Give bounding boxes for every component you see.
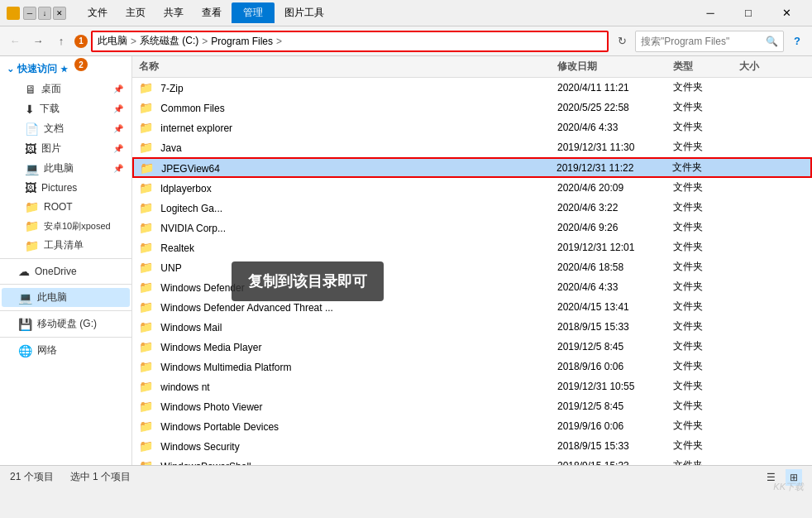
quick-btn-2[interactable]: ↓ <box>38 7 51 20</box>
sidebar-item-root[interactable]: 📁 ROOT <box>2 198 130 216</box>
col-type-header[interactable]: 类型 <box>673 60 739 74</box>
sidebar-item-pictures[interactable]: 🖼 图片 📌 <box>2 139 130 158</box>
table-row[interactable]: 📁 Windows Portable Devices 2019/9/16 0:0… <box>132 416 812 436</box>
file-date: 2018/9/16 0:06 <box>557 361 673 372</box>
col-size-header[interactable]: 大小 <box>739 60 805 74</box>
sidebar-item-network[interactable]: 🌐 网络 <box>2 341 130 360</box>
table-row[interactable]: 📁 WindowsPowerShell 2018/9/15 15:33 文件夹 <box>132 456 812 465</box>
maximize-button[interactable]: □ <box>729 0 767 26</box>
sidebar-item-this-pc-quick[interactable]: 💻 此电脑 📌 <box>2 159 130 178</box>
search-box[interactable]: 🔍 <box>635 31 784 52</box>
table-row[interactable]: 📁 JPEGView64 2019/12/31 11:22 文件夹 <box>132 157 812 178</box>
quick-btn-3[interactable]: ✕ <box>53 7 66 20</box>
close-button[interactable]: ✕ <box>767 0 805 26</box>
file-type: 文件夹 <box>673 100 739 114</box>
table-row[interactable]: 📁 UNP 2020/4/6 18:58 文件夹 <box>132 257 812 277</box>
folder-icon-row: 📁 <box>139 380 153 393</box>
breadcrumb-program-files[interactable]: Program Files <box>211 36 273 47</box>
search-icon: 🔍 <box>766 36 778 47</box>
table-row[interactable]: 📁 Realtek 2019/12/31 12:01 文件夹 <box>132 237 812 257</box>
table-row[interactable]: 📁 windows nt 2019/12/31 10:55 文件夹 <box>132 377 812 396</box>
address-path[interactable]: 此电脑 > 系统磁盘 (C:) > Program Files > <box>91 31 609 52</box>
documents-icon: 📄 <box>25 122 39 136</box>
table-row[interactable]: 📁 Java 2019/12/31 11:30 文件夹 <box>132 137 812 157</box>
tab-home[interactable]: 主页 <box>117 2 154 23</box>
forward-button[interactable]: → <box>28 31 48 51</box>
file-name: 📁 Realtek <box>139 241 557 254</box>
file-type: 文件夹 <box>673 220 739 234</box>
breadcrumb-system-disk[interactable]: 系统磁盘 (C:) <box>140 34 198 48</box>
sidebar-item-desktop[interactable]: 🖥 桌面 📌 <box>2 79 130 98</box>
sidebar-item-downloads[interactable]: ⬇ 下载 📌 <box>2 99 130 118</box>
tab-manage[interactable]: 管理 <box>232 2 275 23</box>
table-row[interactable]: 📁 Windows Defender Advanced Threat ... 2… <box>132 297 812 317</box>
table-row[interactable]: 📁 Windows Photo Viewer 2019/12/5 8:45 文件… <box>132 396 812 416</box>
table-row[interactable]: 📁 Windows Defender 2020/4/6 4:33 文件夹 <box>132 277 812 297</box>
file-date: 2020/5/25 22:58 <box>557 102 673 113</box>
sidebar-item-this-pc-label: 此电脑 <box>37 290 67 305</box>
sidebar-item-documents[interactable]: 📄 文档 📌 <box>2 119 130 138</box>
file-name: 📁 Windows Portable Devices <box>139 420 557 433</box>
sidebar-item-android[interactable]: 📁 安卓10刷xposed <box>2 217 130 235</box>
sidebar-item-pictures2[interactable]: 🖼 Pictures <box>2 179 130 197</box>
file-name: 📁 Windows Mail <box>139 320 557 333</box>
sidebar-item-this-pc[interactable]: 💻 此电脑 <box>2 288 130 307</box>
folder-icon-row: 📁 <box>139 459 153 466</box>
back-button[interactable]: ← <box>5 31 25 51</box>
table-row[interactable]: 📁 7-Zip 2020/4/11 11:21 文件夹 <box>132 78 812 98</box>
breadcrumb-sep-2: > <box>202 36 208 47</box>
file-type: 文件夹 <box>673 319 739 333</box>
col-name-header[interactable]: 名称 <box>139 60 557 74</box>
minimize-button[interactable]: ─ <box>691 0 729 26</box>
folder-icon-row: 📁 <box>139 241 153 254</box>
table-row[interactable]: 📁 Windows Multimedia Platform 2018/9/16 … <box>132 357 812 377</box>
pin-icon-pictures: 📌 <box>113 144 123 153</box>
folder-icon-row: 📁 <box>139 340 153 353</box>
file-name: 📁 Java <box>139 141 557 154</box>
sidebar-item-downloads-label: 下载 <box>40 102 60 116</box>
help-button[interactable]: ? <box>787 31 807 51</box>
table-row[interactable]: 📁 Common Files 2020/5/25 22:58 文件夹 <box>132 98 812 118</box>
table-row[interactable]: 📁 Logitech Ga... 2020/4/6 3:22 文件夹 <box>132 198 812 218</box>
divider-1 <box>0 258 131 259</box>
table-row[interactable]: 📁 internet explorer 2020/4/6 4:33 文件夹 <box>132 118 812 137</box>
file-type: 文件夹 <box>673 339 739 353</box>
pin-icon-documents: 📌 <box>113 124 123 133</box>
file-date: 2020/4/6 18:58 <box>557 261 673 273</box>
sidebar-item-onedrive[interactable]: ☁ OneDrive <box>2 262 130 281</box>
up-button[interactable]: ↑ <box>51 31 71 51</box>
sidebar-item-tools[interactable]: 📁 工具清单 <box>2 236 130 255</box>
refresh-button[interactable]: ↻ <box>612 31 632 51</box>
col-date-header[interactable]: 修改日期 <box>557 60 673 74</box>
file-name: 📁 Windows Multimedia Platform <box>139 360 557 373</box>
sidebar-item-android-label: 安卓10刷xposed <box>44 220 111 233</box>
file-type: 文件夹 <box>673 120 739 134</box>
tab-share[interactable]: 共享 <box>155 2 192 23</box>
pictures-icon: 🖼 <box>25 142 36 156</box>
tab-file[interactable]: 文件 <box>79 2 116 23</box>
file-type: 文件夹 <box>673 200 739 214</box>
table-row[interactable]: 📁 NVIDIA Corp... 2020/4/6 9:26 文件夹 <box>132 218 812 237</box>
table-row[interactable]: 📁 Windows Media Player 2019/12/5 8:45 文件… <box>132 337 812 357</box>
sidebar-item-pictures-label: 图片 <box>41 141 61 156</box>
file-type: 文件夹 <box>673 260 739 274</box>
tab-pic-tools[interactable]: 图片工具 <box>276 2 332 23</box>
quick-access-header[interactable]: ⌄ 快速访问 ★ <box>0 60 131 79</box>
file-type: 文件夹 <box>673 140 739 154</box>
search-input[interactable] <box>641 36 766 47</box>
pictures2-icon: 🖼 <box>25 181 36 194</box>
breadcrumb-this-pc[interactable]: 此电脑 <box>98 34 127 48</box>
file-name: 📁 Windows Security <box>139 439 557 453</box>
sidebar-item-network-label: 网络 <box>37 343 57 357</box>
quick-btn-1[interactable]: ─ <box>23 7 36 20</box>
nav-counter-2: 2 <box>74 58 88 71</box>
file-rows-container: 📁 7-Zip 2020/4/11 11:21 文件夹 📁 Common Fil… <box>132 78 812 465</box>
status-bar: 21 个项目 选中 1 个项目 ☰ ⊞ <box>0 465 812 488</box>
file-type: 文件夹 <box>673 280 739 294</box>
sidebar-item-removable-label: 移动硬盘 (G:) <box>37 317 97 331</box>
tab-view[interactable]: 查看 <box>193 2 230 23</box>
sidebar-item-removable[interactable]: 💾 移动硬盘 (G:) <box>2 314 130 333</box>
table-row[interactable]: 📁 Windows Mail 2018/9/15 15:33 文件夹 <box>132 317 812 337</box>
table-row[interactable]: 📁 ldplayerbox 2020/4/6 20:09 文件夹 <box>132 178 812 198</box>
table-row[interactable]: 📁 Windows Security 2018/9/15 15:33 文件夹 <box>132 436 812 456</box>
